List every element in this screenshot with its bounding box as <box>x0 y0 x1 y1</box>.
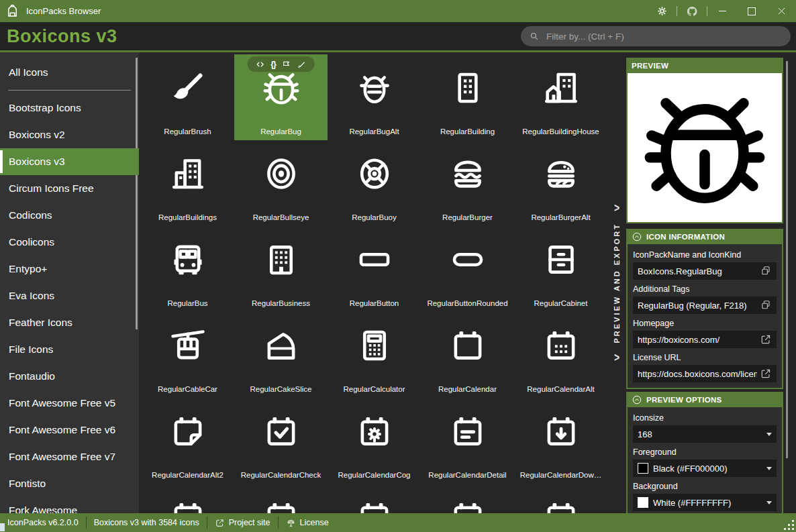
icon-cell-label: RegularCalendar <box>424 385 511 393</box>
icon-information-label: ICON INFORMATION <box>646 233 725 241</box>
icon-cell-regularbuttonrounded[interactable]: RegularButtonRounded <box>421 226 514 312</box>
icon-cell-label: RegularButtonRounded <box>424 299 511 307</box>
sidebar: All IconsBootstrap IconsBoxicons v2Boxic… <box>0 52 139 513</box>
icon-cell-regularcalendar[interactable]: RegularCalendar <box>421 312 514 398</box>
pennant-icon[interactable] <box>282 60 291 69</box>
code-tags-icon[interactable] <box>255 60 264 69</box>
icon-cell-regularcalendardow[interactable]: RegularCalendarDow… <box>514 398 607 484</box>
dropdown-foreground[interactable]: Black (#FF000000) <box>633 460 777 477</box>
icon-cell-partial[interactable] <box>141 484 234 513</box>
sidebar-item-eva-icons[interactable]: Eva Icons <box>0 282 139 309</box>
icon-cell-regularbugalt[interactable]: RegularBugAlt <box>328 54 421 140</box>
icon-cell-regularcablecar[interactable]: RegularCableCar <box>141 312 234 398</box>
calendar-icon <box>542 498 581 513</box>
sidebar-item-fontaudio[interactable]: Fontaudio <box>0 363 139 390</box>
sidebar-item-feather-icons[interactable]: Feather Icons <box>0 309 139 336</box>
icon-cell-regularcabinet[interactable]: RegularCabinet <box>514 226 607 312</box>
sidebar-item-label: Feather Icons <box>9 317 72 329</box>
icon-cell-label: RegularBurger <box>424 213 511 221</box>
sidebar-item-circum-icons-free[interactable]: Circum Icons Free <box>0 175 139 202</box>
icon-cell-regularbuildings[interactable]: RegularBuildings <box>141 140 234 226</box>
sidebar-item-codicons[interactable]: Codicons <box>0 202 139 229</box>
dropdown-background[interactable]: White (#FFFFFFFF) <box>633 494 777 511</box>
icon-cell-regularbusiness[interactable]: RegularBusiness <box>234 226 328 312</box>
panel-scrollbar[interactable] <box>786 61 788 458</box>
dropdown-iconsize[interactable]: 168 <box>633 425 777 443</box>
statusbar-corner-mark <box>0 523 5 531</box>
copy-button[interactable] <box>760 299 772 311</box>
icon-cell-regularbrush[interactable]: RegularBrush <box>141 54 234 140</box>
icon-information-header[interactable]: ICON INFORMATION <box>626 229 783 244</box>
dropdown-value: Black (#FF000000) <box>653 464 762 474</box>
icon-cell-regularbuilding[interactable]: RegularBuilding <box>421 54 514 140</box>
icon-cell-label: RegularBuilding <box>424 127 511 136</box>
maximize-button[interactable] <box>737 0 766 22</box>
sidebar-item-font-awesome-free-v6[interactable]: Font Awesome Free v6 <box>0 417 139 443</box>
field-license-url[interactable]: https://docs.boxicons.com/license/fr <box>633 365 777 382</box>
icon-cell-regularcalendaralt2[interactable]: RegularCalendarAlt2 <box>141 398 234 484</box>
icon-cell-regularbuildinghouse[interactable]: RegularBuildingHouse <box>514 54 607 140</box>
option-label-foreground: Foreground <box>633 447 777 457</box>
preview-export-splitter[interactable]: > PREVIEW AND EXPORT > <box>607 52 626 513</box>
sidebar-item-font-awesome-free-v7[interactable]: Font Awesome Free v7 <box>0 443 139 470</box>
sidebar-item-all-icons[interactable]: All Icons <box>0 59 139 86</box>
sidebar-item-entypo[interactable]: Entypo+ <box>0 256 139 282</box>
preview-options-header[interactable]: PREVIEW OPTIONS <box>626 392 783 407</box>
settings-gear-icon[interactable] <box>647 0 677 22</box>
buildinghouse-icon <box>542 68 581 107</box>
icon-cell-regularbug[interactable]: {}RegularBug <box>234 54 328 140</box>
filter-search-box[interactable] <box>521 26 791 46</box>
sidebar-item-boxicons-v2[interactable]: Boxicons v2 <box>0 121 139 148</box>
sidebar-item-file-icons[interactable]: File Icons <box>0 336 139 363</box>
field-additional-tags[interactable]: RegularBug (Regular, F218) <box>633 297 777 314</box>
filter-search-input[interactable] <box>545 31 783 42</box>
icon-cell-regularbullseye[interactable]: RegularBullseye <box>234 140 328 226</box>
icon-cell-regularbus[interactable]: RegularBus <box>141 226 234 312</box>
icon-cell-regularcalendardetail[interactable]: RegularCalendarDetail <box>421 398 514 484</box>
resize-grip[interactable] <box>783 519 794 530</box>
open-link-button[interactable] <box>760 333 772 345</box>
dropdown-value: 168 <box>638 429 762 439</box>
icon-cell-regularcalculator[interactable]: RegularCalculator <box>328 312 421 398</box>
sidebar-item-fontisto[interactable]: Fontisto <box>0 470 139 497</box>
sidebar-item-label: Boxicons v3 <box>9 156 65 168</box>
curly-braces-icon[interactable]: {} <box>270 60 276 69</box>
sidebar-item-boxicons-v3[interactable]: Boxicons v3 <box>0 148 139 175</box>
collapse-chevron-icon[interactable]: > <box>614 201 619 215</box>
sidebar-item-font-awesome-free-v5[interactable]: Font Awesome Free v5 <box>0 390 139 417</box>
sidebar-item-bootstrap-icons[interactable]: Bootstrap Icons <box>0 95 139 121</box>
sidebar-item-coolicons[interactable]: Coolicons <box>0 229 139 256</box>
icon-cell-regularburgeralt[interactable]: RegularBurgerAlt <box>514 140 607 226</box>
icon-cell-regularbutton[interactable]: RegularButton <box>328 226 421 312</box>
field-homepage[interactable]: https://boxicons.com/ <box>633 331 777 348</box>
copy-button[interactable] <box>760 265 772 277</box>
close-button[interactable] <box>766 0 796 22</box>
sidebar-item-label: Font Awesome Free v7 <box>9 451 115 463</box>
open-link-button[interactable] <box>760 368 772 380</box>
option-label-background: Background <box>633 482 777 491</box>
icon-cell-regularburger[interactable]: RegularBurger <box>421 140 514 226</box>
icon-cell-partial[interactable] <box>328 484 421 513</box>
icon-cell-regularcalendaralt[interactable]: RegularCalendarAlt <box>514 312 607 398</box>
github-icon[interactable] <box>677 0 707 22</box>
icon-cell-regularcakeslice[interactable]: RegularCakeSlice <box>234 312 328 398</box>
collapse-chevron-icon[interactable]: > <box>614 351 619 364</box>
icon-cell-partial[interactable] <box>234 484 328 513</box>
minimize-button[interactable] <box>707 0 737 22</box>
statusbar-item-license[interactable]: License <box>278 517 336 529</box>
icon-cell-partial[interactable] <box>514 484 607 513</box>
signature-check-icon[interactable] <box>297 60 307 69</box>
field-label-iconpackname-and-iconkind: IconPackName and IconKind <box>633 250 777 260</box>
icon-cell-regularcalendarcog[interactable]: RegularCalendarCog <box>328 398 421 484</box>
color-swatch <box>638 497 648 508</box>
icon-cell-regularbuoy[interactable]: RegularBuoy <box>328 140 421 226</box>
cakeslice-icon <box>262 326 301 365</box>
collapse-circle-chevron-icon <box>632 231 642 242</box>
field-iconpackname-and-iconkind[interactable]: BoxIcons.RegularBug <box>633 262 777 280</box>
statusbar: IconPacks v6.2.0.0Boxicons v3 with 3584 … <box>0 513 796 532</box>
statusbar-item-project-site[interactable]: Project site <box>207 517 278 529</box>
icon-cell-regularcalendarcheck[interactable]: RegularCalendarCheck <box>234 398 328 484</box>
sidebar-item-label: Codicons <box>9 209 52 221</box>
chevron-down-icon <box>766 433 772 436</box>
icon-cell-partial[interactable] <box>421 484 514 513</box>
